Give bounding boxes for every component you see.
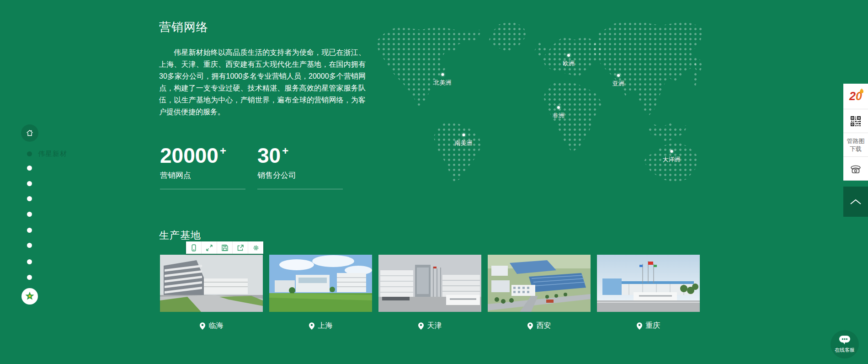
brand-label: 伟星新材 [38,150,67,158]
mobile-icon [190,244,197,252]
location-pin-icon [309,322,314,330]
stat-network-points: 20000+ 营销网点 [160,138,257,189]
stat-label: 销售分公司 [257,170,355,181]
map-marker-dot [670,150,673,153]
phone-contact-button[interactable] [843,157,868,181]
qr-code-button[interactable] [843,109,868,133]
base-card-shanghai: 上海 [269,255,372,331]
base-name: 上海 [318,321,333,331]
page-title: 营销网络 [159,19,208,35]
flame-icon [859,88,864,94]
share-icon [237,244,244,252]
map-marker-dot [441,73,444,76]
chevron-up-icon [850,198,862,205]
factory-photo-tianjin[interactable] [378,255,481,312]
continent-label: 南美洲 [455,139,473,147]
factory-photo-xian[interactable] [488,255,591,312]
nav-dot-7[interactable] [27,259,32,264]
base-caption: 临海 [160,321,263,331]
base-card-xian: 西安 [488,255,591,331]
right-rail: 20 [843,84,868,181]
base-card-linhai: 临海 [160,255,263,331]
download-label-line2: 下载 [847,145,865,153]
nav-dot-3[interactable] [27,196,32,201]
map-label-south-america: 南美洲 [455,134,473,147]
settings-button[interactable] [248,241,263,254]
factory-photo-illustration [597,255,700,312]
mobile-preview-button[interactable] [186,241,202,254]
nav-dot-5[interactable] [27,228,32,233]
map-label-europe: 欧洲 [563,54,575,68]
chat-bubble-icon [839,335,851,345]
map-label-oceania: 大洋洲 [663,150,681,164]
landmass-greenland [487,21,527,52]
expand-icon [206,244,213,252]
stat-label: 营销网点 [160,170,257,181]
nav-dot-4[interactable] [27,212,32,217]
nav-dot-6[interactable] [27,243,32,248]
save-button[interactable] [217,241,233,254]
pipeline-diagram-download-button[interactable]: 管路图 下载 [843,133,868,157]
base-name: 临海 [209,321,224,331]
production-bases-row: 临海 [160,255,700,331]
landmass-asia [592,21,703,117]
continent-label: 亚洲 [612,80,624,88]
nav-dot-8[interactable] [27,275,32,280]
gear-icon [252,244,260,252]
base-caption: 天津 [378,321,481,331]
map-marker-dot [462,134,465,136]
back-to-top-button[interactable] [843,187,868,217]
continent-label: 大洋洲 [663,155,681,164]
online-service-button[interactable]: 在线客服 [831,330,859,359]
stats-row: 20000+ 营销网点 30+ 销售分公司 [160,138,355,189]
home-button[interactable] [21,124,38,142]
stat-plus: + [220,145,226,157]
anniversary-badge[interactable]: 20 [843,84,868,109]
intro-paragraph: 伟星新材始终以高品质生活的支持者为使命，现已在浙江、上海、天津、重庆、西安建有五… [159,47,366,118]
stat-value: 20000+ [160,138,257,168]
download-label: 管路图 下载 [847,137,865,153]
nav-item-brand[interactable]: 伟星新材 [27,150,67,158]
continent-label: 北美洲 [434,79,452,87]
factory-photo-shanghai[interactable] [269,255,372,312]
factory-photo-illustration [269,255,372,312]
base-name: 重庆 [646,321,660,331]
factory-photo-linhai[interactable] [160,255,263,312]
map-label-africa: 非洲 [553,106,564,120]
fullscreen-button[interactable] [202,241,217,254]
nav-dot-1[interactable] [27,166,32,171]
qr-code-icon [850,116,861,127]
base-card-chongqing: 重庆 [597,255,700,331]
base-name: 天津 [427,321,442,331]
location-pin-icon [418,322,424,330]
stat-branches: 30+ 销售分公司 [257,138,355,189]
stat-value: 30+ [257,138,355,168]
location-pin-icon [200,322,205,330]
base-name: 西安 [537,321,551,331]
stat-number: 20000 [160,144,218,167]
company-logo-button[interactable] [21,288,38,305]
location-pin-icon [527,322,533,330]
landmass-se-asia [648,122,688,142]
continent-label: 非洲 [553,112,564,120]
base-card-tianjin: 天津 [378,255,481,331]
landmass-africa [542,82,602,152]
factory-photo-illustration [160,255,263,312]
landmass-north-america [376,27,482,107]
world-map: 北美洲 欧洲 亚洲 非洲 南美洲 大洋洲 [376,16,703,188]
base-caption: 重庆 [597,321,700,331]
share-button[interactable] [233,241,248,254]
map-marker-dot [567,54,570,57]
map-marker-dot [557,106,560,109]
stat-plus: + [282,145,288,157]
home-icon [25,128,34,138]
factory-photo-chongqing[interactable] [597,255,700,312]
bases-title: 生产基地 [159,229,201,242]
stat-number: 30 [257,144,281,167]
download-label-line1: 管路图 [847,137,865,145]
location-pin-icon [637,322,642,330]
landmass-south-america [431,122,482,182]
nav-dot-2[interactable] [27,181,32,186]
screenshot-overlay-toolbar [186,241,263,254]
anniversary-digit: 2 [849,90,856,102]
